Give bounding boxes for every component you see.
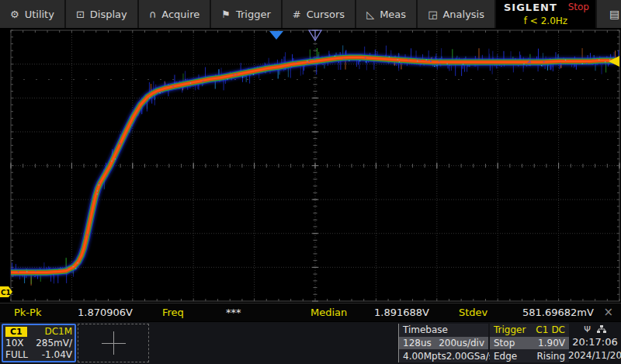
- channel1-badge: C1: [5, 327, 27, 337]
- measurement-value: 1.891688V: [374, 307, 429, 318]
- menu-bar: ⚙ Utility ⊡ Display ∩ Acquire ⚑ Trigger …: [0, 0, 621, 28]
- measurement-stdev[interactable]: Stdev 581.69682mV: [445, 303, 593, 321]
- measurement-median[interactable]: Median 1.891688V: [297, 303, 445, 321]
- trigger-type: Edge: [494, 351, 517, 362]
- trigger-coupling: DC: [551, 324, 565, 335]
- menu-utility[interactable]: ⚙ Utility: [0, 0, 66, 28]
- channel1-offset: -1.04V: [42, 349, 72, 360]
- menu-display[interactable]: ⊡ Display: [66, 0, 139, 28]
- measurement-label: Median: [310, 307, 347, 318]
- trigger-level: 1.90V: [538, 338, 565, 348]
- list-icon: ▤: [609, 8, 619, 20]
- menu-cursors[interactable]: # Cursors: [283, 0, 356, 28]
- menu-acquire-label: Acquire: [161, 9, 199, 20]
- close-icon[interactable]: ×: [603, 305, 613, 319]
- menu-meas-label: Meas: [380, 9, 406, 20]
- acquire-icon: ∩: [149, 9, 157, 20]
- oscilloscope-screen: ⚙ Utility ⊡ Display ∩ Acquire ⚑ Trigger …: [0, 0, 621, 364]
- menu-trigger[interactable]: ⚑ Trigger: [211, 0, 283, 28]
- menu-trigger-label: Trigger: [236, 9, 271, 20]
- cursors-icon: #: [293, 9, 301, 20]
- menu-display-label: Display: [90, 9, 127, 20]
- menu-cursors-label: Cursors: [307, 9, 345, 20]
- clock-date: 2024/11/20: [568, 349, 621, 363]
- svg-text:C1: C1: [1, 289, 11, 296]
- empty-channel-slot[interactable]: [78, 324, 149, 362]
- trigger-position-marker: [269, 31, 283, 40]
- channel1-scale: 285mV/: [36, 338, 72, 348]
- logo-status-block: SIGLENT Stop f < 2.0Hz: [496, 0, 597, 28]
- channel1-probe: 10X: [5, 338, 24, 348]
- trigger-panel[interactable]: Trigger C1 DC Stop 1.90V Edge Rising: [490, 324, 569, 362]
- measurement-label: Stdev: [459, 307, 487, 318]
- timebase-title: Timebase: [403, 324, 448, 335]
- measurement-pkpk[interactable]: Pk-Pk 1.870906V: [0, 303, 148, 321]
- analysis-icon: ◲: [428, 9, 437, 20]
- gear-icon: ⚙: [10, 9, 19, 20]
- menu-meas[interactable]: ◺ Meas: [356, 0, 418, 28]
- usb-icon: Ψ: [584, 324, 591, 335]
- clock-time: 20:17:06: [572, 335, 617, 349]
- menu-acquire[interactable]: ∩ Acquire: [139, 0, 212, 28]
- acquisition-status: Stop: [568, 2, 595, 12]
- timebase-panel[interactable]: Timebase 128us 200us/div 4.00Mpts 2.00GS…: [398, 324, 488, 362]
- timebase-memdepth: 4.00Mpts: [403, 351, 446, 362]
- measurement-value: 1.870906V: [78, 307, 133, 318]
- channel1-panel[interactable]: C1 DC1M 10X 285mV/ FULL -1.04V: [2, 324, 76, 362]
- measurement-label: Freq: [162, 307, 184, 318]
- menu-analysis-label: Analysis: [442, 9, 484, 20]
- lan-icon: [597, 325, 606, 334]
- timebase-samplerate: 2.00GSa/s: [446, 351, 494, 362]
- siglent-logo: SIGLENT: [496, 2, 557, 13]
- measurement-value: ***: [226, 307, 241, 318]
- frequency-counter: f < 2.0Hz: [496, 15, 595, 27]
- trigger-status: Stop: [494, 338, 515, 348]
- trigger-flag-icon: ⚑: [221, 9, 231, 20]
- menu-utility-label: Utility: [25, 9, 54, 20]
- datetime-panel[interactable]: Ψ 20:17:06 2024/11/20: [571, 324, 619, 362]
- channel1-coupling: DC1M: [44, 326, 72, 337]
- channel1-bandwidth: FULL: [5, 349, 28, 360]
- timebase-delay: 128us: [403, 338, 432, 348]
- measurement-bar: Pk-Pk 1.870906V Freq *** Median 1.891688…: [0, 303, 621, 321]
- measurement-label: Pk-Pk: [14, 307, 41, 318]
- trigger-title: Trigger: [494, 324, 526, 335]
- trigger-source: C1: [536, 324, 548, 335]
- menu-analysis[interactable]: ◲ Analysis: [418, 0, 496, 28]
- timebase-scale: 200us/div: [439, 338, 484, 348]
- meas-icon: ◺: [366, 9, 374, 20]
- waveform-graticule[interactable]: C1: [0, 28, 621, 303]
- trigger-slope: Rising: [537, 351, 565, 362]
- measurement-value: 581.69682mV: [522, 307, 594, 318]
- menu-utility-right[interactable]: ▤ UTILITY: [597, 0, 621, 28]
- bottom-info-bar: C1 DC1M 10X 285mV/ FULL -1.04V Timebase …: [0, 322, 621, 364]
- display-icon: ⊡: [76, 9, 85, 20]
- measurement-freq[interactable]: Freq ***: [148, 303, 297, 321]
